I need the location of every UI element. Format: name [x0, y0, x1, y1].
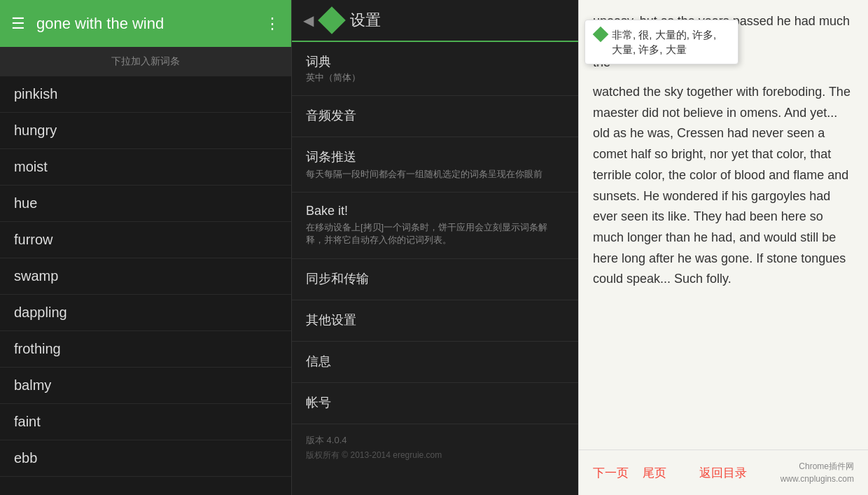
settings-item-subtitle: 英中（简体）	[306, 71, 564, 84]
settings-header: ◀ 设置	[292, 0, 578, 42]
site-line1: Chrome插件网	[780, 460, 854, 473]
word-item[interactable]: balmy	[0, 368, 291, 404]
settings-item-title: 同步和传输	[306, 270, 564, 287]
reading-content: uneasy, but as the years passed he had m…	[579, 0, 868, 449]
word-item[interactable]: hue	[0, 186, 291, 222]
settings-item-sync[interactable]: 同步和传输	[292, 259, 578, 300]
site-credit: Chrome插件网 www.cnplugins.com	[780, 460, 854, 485]
word-item[interactable]: dappling	[0, 295, 291, 331]
last-page-link[interactable]: 尾页	[643, 465, 666, 481]
settings-item-title: 词条推送	[306, 148, 564, 165]
settings-panel: ◀ 设置 词典英中（简体）音频发音词条推送每天每隔一段时间都会有一组随机选定的词…	[291, 0, 578, 495]
settings-item-title: Bake it!	[306, 204, 564, 218]
reading-footer: 下一页 尾页 返回目录 Chrome插件网 www.cnplugins.com	[579, 449, 868, 495]
toolbar: ☰ gone with the wind ⋮	[0, 0, 291, 47]
popup-diamond-icon	[593, 27, 609, 43]
word-item[interactable]: frothing	[0, 331, 291, 368]
settings-item-other[interactable]: 其他设置	[292, 300, 578, 342]
settings-item-bake[interactable]: Bake it!在移动设备上[拷贝]一个词条时，饼干应用会立刻显示词条解释，并将…	[292, 193, 578, 258]
settings-item-audio[interactable]: 音频发音	[292, 96, 578, 137]
settings-item-desc: 在移动设备上[拷贝]一个词条时，饼干应用会立刻显示词条解释，并将它自动存入你的记…	[306, 221, 564, 246]
nav-links: 下一页 尾页	[593, 465, 666, 481]
settings-item-desc: 每天每隔一段时间都会有一组随机选定的词条呈现在你眼前	[306, 168, 564, 181]
back-icon[interactable]: ◀	[303, 12, 314, 29]
settings-item-title: 信息	[306, 353, 564, 370]
pull-hint: 下拉加入新词条	[0, 47, 291, 76]
settings-item-title: 词典	[306, 53, 564, 70]
settings-item-dict[interactable]: 词典英中（简体）	[292, 42, 578, 96]
diamond-icon	[318, 6, 346, 34]
settings-version: 版本 4.0.4	[292, 424, 578, 449]
word-item[interactable]: ebb	[0, 440, 291, 477]
settings-item-title: 其他设置	[306, 312, 564, 328]
popup-definition: 非常, 很, 大量的, 许多, 大量, 许多, 大量	[612, 27, 728, 57]
site-line2: www.cnplugins.com	[780, 473, 854, 485]
settings-item-title: 帐号	[306, 394, 564, 411]
word-list: pinkishhungrymoisthuefurrowswampdappling…	[0, 76, 291, 495]
word-list-panel: ☰ gone with the wind ⋮ 下拉加入新词条 pinkishhu…	[0, 0, 291, 495]
word-item[interactable]: swamp	[0, 258, 291, 295]
more-icon[interactable]: ⋮	[265, 15, 280, 33]
settings-copyright: 版权所有 © 2013-2014 eregruie.com	[292, 449, 578, 471]
settings-item-info[interactable]: 信息	[292, 342, 578, 383]
return-link-container: 返回目录	[699, 465, 747, 481]
word-item[interactable]: furrow	[0, 222, 291, 258]
word-item[interactable]: faint	[0, 404, 291, 440]
reading-main-text: watched the sky together with foreboding…	[593, 82, 854, 290]
word-definition-popup: 非常, 很, 大量的, 许多, 大量, 许多, 大量	[584, 20, 738, 64]
settings-item-push[interactable]: 词条推送每天每隔一段时间都会有一组随机选定的词条呈现在你眼前	[292, 137, 578, 193]
return-link[interactable]: 返回目录	[699, 465, 747, 481]
next-page-link[interactable]: 下一页	[593, 465, 629, 481]
app-title: gone with the wind	[36, 15, 253, 33]
settings-item-title: 音频发音	[306, 107, 564, 124]
settings-title: 设置	[350, 10, 381, 31]
settings-list: 词典英中（简体）音频发音词条推送每天每隔一段时间都会有一组随机选定的词条呈现在你…	[292, 42, 578, 495]
settings-item-account[interactable]: 帐号	[292, 383, 578, 424]
reading-panel: uneasy, but as the years passed he had m…	[578, 0, 868, 495]
word-item[interactable]: pinkish	[0, 76, 291, 113]
menu-icon[interactable]: ☰	[11, 16, 25, 32]
word-item[interactable]: moist	[0, 149, 291, 186]
word-item[interactable]: hungry	[0, 113, 291, 149]
